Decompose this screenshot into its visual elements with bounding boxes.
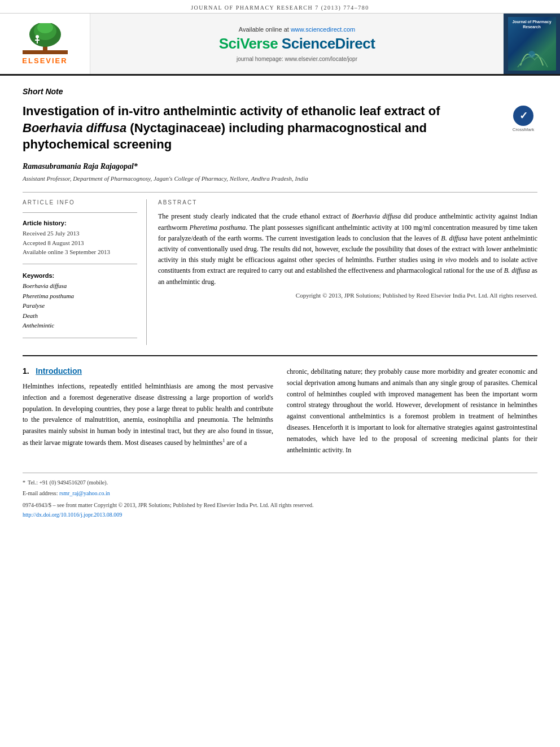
crossmark-badge: ✓ CrossMark xyxy=(509,106,537,132)
elsevier-wordmark: ELSEVIER xyxy=(22,56,67,65)
available-online-date: Available online 3 September 2013 xyxy=(23,247,137,257)
section-type-label: Short Note xyxy=(23,87,537,96)
keyword-5: Anthelmintic xyxy=(23,321,137,331)
elsevier-tree-icon xyxy=(23,23,68,54)
elsevier-logo: ELSEVIER xyxy=(11,21,79,67)
email-link[interactable]: rsmr_raj@yahoo.co.in xyxy=(59,490,110,496)
article-info-col-header: ARTICLE INFO xyxy=(23,199,137,206)
article-divider xyxy=(23,192,537,193)
keyword-2: Pheretima posthuma xyxy=(23,291,137,302)
article-info-abstract-section: ARTICLE INFO Article history: Received 2… xyxy=(23,199,537,344)
body-right-col: chronic, debilitating nature; they proba… xyxy=(287,366,537,456)
received-date: Received 25 July 2013 xyxy=(23,229,137,238)
svg-point-8 xyxy=(528,51,535,58)
article-history-label: Article history: xyxy=(23,220,137,226)
intro-left-text: Helminthes infections, repeatedly entitl… xyxy=(23,381,273,449)
footer-issn: 0974-6943/$ – see front matter Copyright… xyxy=(23,500,537,510)
footnote-star-symbol: * xyxy=(23,478,25,487)
section-number: 1. xyxy=(23,366,29,375)
intro-right-text: chronic, debilitating nature; they proba… xyxy=(287,366,537,456)
body-divider xyxy=(23,355,537,356)
available-online-text: Available online at www.sciencedirect.co… xyxy=(239,26,355,33)
footer-section: * Tel.: +91 (0) 9494516207 (mobile). E-m… xyxy=(23,473,537,519)
body-two-column: 1. Introduction Helminthes infections, r… xyxy=(23,366,537,456)
abstract-species-1: Boerhavia diffusa xyxy=(352,212,401,220)
author-name: Ramasubramania Raja Rajagopal* xyxy=(23,162,537,171)
top-banner: ELSEVIER Available online at www.science… xyxy=(0,14,560,76)
sci-prefix: SciVerse xyxy=(219,35,282,52)
main-content: Short Note Investigation of in-vitro ant… xyxy=(0,76,560,531)
journal-cover-box: Journal of Pharmacy Research xyxy=(504,14,560,74)
keyword-1: Boerhavia diffusa xyxy=(23,281,137,291)
footer-doi[interactable]: http://dx.doi.org/10.1016/j.jopr.2013.08… xyxy=(23,510,537,519)
abstract-species-4: B. diffusa xyxy=(504,267,530,274)
abstract-column: ABSTRACT The present study clearly indic… xyxy=(158,199,537,344)
abstract-in-vivo: in vivo xyxy=(438,256,457,264)
crossmark-label: CrossMark xyxy=(513,127,535,132)
keyword-4: Death xyxy=(23,311,137,321)
journal-header-bar: JOURNAL OF PHARMACY RESEARCH 7 (2013) 77… xyxy=(0,0,560,14)
introduction-heading: 1. Introduction xyxy=(23,366,273,375)
body-left-col: 1. Introduction Helminthes infections, r… xyxy=(23,366,273,456)
tel-note: Tel.: +91 (0) 9494516207 (mobile). xyxy=(28,478,108,487)
keywords-section: Keywords: Boerhavia diffusa Pheretima po… xyxy=(23,272,137,331)
abstract-col-header: ABSTRACT xyxy=(158,199,537,206)
accepted-date: Accepted 8 August 2013 xyxy=(23,238,137,248)
article-info-divider xyxy=(23,212,137,213)
section-title-text: Introduction xyxy=(36,366,82,375)
keyword-3: Paralyse xyxy=(23,301,137,311)
abstract-species-2: Pheretima posthuma xyxy=(190,224,246,231)
crossmark-icon: ✓ xyxy=(513,106,533,126)
abstract-species-3: B. diffusa xyxy=(441,234,467,242)
elsevier-logo-box: ELSEVIER xyxy=(0,14,90,74)
copyright-text: Copyright © 2013, JPR Solutions; Publish… xyxy=(158,292,537,299)
sciencedirect-name: ScienceDirect xyxy=(282,35,375,52)
svg-rect-0 xyxy=(23,50,68,54)
svg-point-5 xyxy=(36,35,39,38)
title-part1: Investigation of in-vitro anthelmintic a… xyxy=(23,104,440,118)
keywords-bottom-divider xyxy=(23,338,137,338)
journal-title: JOURNAL OF PHARMACY RESEARCH 7 (2013) 77… xyxy=(191,5,369,11)
sciverse-title: SciVerse ScienceDirect xyxy=(219,35,375,53)
journal-cover-title: Journal of Pharmacy Research xyxy=(510,19,554,29)
article-title: Investigation of in-vitro anthelmintic a… xyxy=(23,103,501,153)
abstract-text: The present study clearly indicated that… xyxy=(158,211,537,287)
author-affiliation: Assistant Professor, Department of Pharm… xyxy=(23,174,537,183)
sciverse-box: Available online at www.sciencedirect.co… xyxy=(90,14,504,74)
article-title-section: Investigation of in-vitro anthelmintic a… xyxy=(23,103,537,153)
journal-homepage: journal homepage: www.elsevier.com/locat… xyxy=(237,56,357,62)
journal-cover-decoration-icon xyxy=(515,46,549,68)
email-note: E-mail address: rsmr_raj@yahoo.co.in xyxy=(23,488,537,498)
keywords-label: Keywords: xyxy=(23,272,137,279)
keywords-divider xyxy=(23,264,137,264)
footnote-star-line: * Tel.: +91 (0) 9494516207 (mobile). xyxy=(23,478,537,487)
available-online-link[interactable]: www.sciencedirect.com xyxy=(291,26,355,33)
title-italic-species: Boerhavia diffusa xyxy=(23,121,126,135)
article-info-column: ARTICLE INFO Article history: Received 2… xyxy=(23,199,147,344)
journal-cover-image: Journal of Pharmacy Research xyxy=(508,17,556,71)
